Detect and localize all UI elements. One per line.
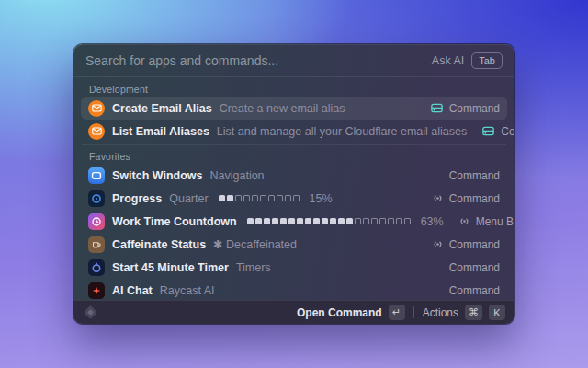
item-subtitle: List and manage all your Cloudflare emai… <box>217 125 467 138</box>
item-subtitle: Raycast AI <box>160 284 215 297</box>
switch-windows-icon <box>88 167 105 184</box>
item-subtitle: Create a new email alias <box>220 102 345 115</box>
item-title: List Email Aliases <box>112 125 209 138</box>
broadcast-icon <box>458 215 470 227</box>
progress-icon <box>88 190 105 207</box>
item-title: Progress <box>112 192 162 205</box>
item-type-label: Command <box>501 125 514 138</box>
section-divider <box>82 144 506 145</box>
item-title: Caffeinate Status <box>112 238 206 251</box>
item-type-label: Command <box>449 261 500 274</box>
cmd-keycap: ⌘ <box>465 305 482 320</box>
item-type-label: Command <box>449 102 500 115</box>
ai-chat-icon <box>88 282 105 299</box>
item-title: Create Email Alias <box>112 102 212 115</box>
raycast-launcher-window: Ask AI Tab Development Create Email Alia… <box>74 44 514 324</box>
open-command-button[interactable]: Open Command <box>297 306 382 319</box>
cloudflare-email-icon <box>88 100 105 117</box>
item-type-label: Command <box>449 192 500 205</box>
item-title: Start 45 Minute Timer <box>112 261 229 274</box>
broadcast-icon <box>432 238 444 250</box>
tab-keycap[interactable]: Tab <box>471 52 503 69</box>
work-time-countdown-icon <box>88 213 105 230</box>
search-bar: Ask AI Tab <box>74 44 514 77</box>
list-item-create-email-alias[interactable]: Create Email Alias Create a new email al… <box>81 97 507 120</box>
broadcast-icon <box>432 192 444 204</box>
list-item-list-email-aliases[interactable]: List Email Aliases List and manage all y… <box>81 120 507 143</box>
list-item-ai-chat[interactable]: AI Chat Raycast AI Command <box>81 279 507 302</box>
terminal-command-icon <box>430 101 444 115</box>
item-title: AI Chat <box>112 284 153 297</box>
item-subtitle: ✱ Decaffeinated <box>213 237 297 251</box>
item-subtitle: Navigation <box>210 169 265 182</box>
k-keycap: K <box>489 305 505 320</box>
return-keycap: ↵ <box>389 305 405 320</box>
item-subtitle: Quarter <box>169 192 208 205</box>
list-item-work-time-countdown[interactable]: Work Time Countdown 63% Menu Bar Command <box>81 210 507 233</box>
raycast-logo-icon[interactable] <box>84 305 98 320</box>
timer-icon <box>88 259 105 276</box>
section-header-development: Development <box>81 80 507 97</box>
progress-bar <box>247 218 411 224</box>
ask-ai-label[interactable]: Ask AI <box>432 54 464 67</box>
search-input[interactable] <box>85 53 424 68</box>
caffeinate-status-icon <box>88 236 105 253</box>
list-item-start-45-minute-timer[interactable]: Start 45 Minute Timer Timers Command <box>81 256 507 279</box>
progress-percent: 63% <box>421 215 444 228</box>
item-type-label: Command <box>449 284 500 297</box>
item-title: Switch Windows <box>112 169 203 182</box>
command-list: Development Create Email Alias Create a … <box>74 77 514 302</box>
footer-divider <box>413 306 414 318</box>
list-item-caffeinate-status[interactable]: Caffeinate Status ✱ Decaffeinated Comman… <box>81 233 507 256</box>
progress-bar <box>219 195 300 201</box>
item-type-label: Command <box>449 169 500 182</box>
section-header-favorites: Favorites <box>81 147 507 164</box>
footer-bar: Open Command ↵ Actions ⌘ K <box>74 300 514 324</box>
desktop-background: Ask AI Tab Development Create Email Alia… <box>0 0 588 368</box>
item-title: Work Time Countdown <box>112 215 237 228</box>
terminal-command-icon <box>481 124 495 138</box>
cloudflare-email-icon <box>88 123 105 140</box>
item-type-label: Command <box>449 238 500 251</box>
progress-percent: 15% <box>310 192 333 205</box>
list-item-switch-windows[interactable]: Switch Windows Navigation Command <box>81 164 507 187</box>
item-subtitle: Timers <box>236 261 271 274</box>
list-item-progress[interactable]: Progress Quarter 15% Command <box>81 187 507 210</box>
actions-button[interactable]: Actions <box>423 306 458 319</box>
item-type-label: Menu Bar Command <box>476 215 514 228</box>
